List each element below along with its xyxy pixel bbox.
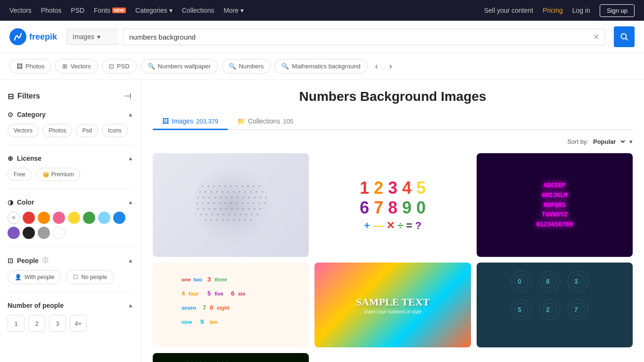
color-white[interactable] <box>53 227 65 239</box>
color-clear[interactable]: ✕ <box>8 212 20 224</box>
svg-point-76 <box>210 220 212 221</box>
nav-photos[interactable]: Photos <box>41 7 62 14</box>
svg-point-72 <box>245 214 247 215</box>
signup-button[interactable]: Sign up <box>600 4 635 17</box>
color-gray[interactable] <box>38 227 50 239</box>
license-premium[interactable]: 👑 Premium <box>36 168 80 181</box>
svg-point-32 <box>231 197 232 198</box>
nav-pricing[interactable]: Pricing <box>543 7 563 14</box>
nav-vectors[interactable]: Vectors <box>9 7 32 14</box>
tab-numbers[interactable]: 🔍 Numbers <box>222 59 271 74</box>
tab-psd[interactable]: ⊡ PSD <box>102 59 137 74</box>
nav-collections[interactable]: Collections <box>182 7 214 14</box>
svg-point-78 <box>222 220 223 221</box>
image-card-colorful-nums[interactable]: 1 2 3 4 5 6 7 8 9 0 + — ✕ ÷ = ? <box>314 153 471 257</box>
color-chevron: ▲ <box>128 199 133 206</box>
people-icon: ⊡ <box>8 257 13 264</box>
logo-text: freepik <box>29 32 57 42</box>
image-card-fruit-nums[interactable]: one two 3 three 4 four 5 five 6 six seve… <box>153 263 309 347</box>
color-blue[interactable] <box>113 212 125 224</box>
color-section-header[interactable]: ◑ Color ▲ <box>8 198 133 206</box>
svg-point-34 <box>242 197 244 198</box>
color-orange[interactable] <box>38 212 50 224</box>
with-people-button[interactable]: 👤 With people <box>8 270 61 284</box>
people-section: ⊡ People ⓘ ▲ 👤 With people ☐ No people <box>8 256 133 292</box>
nav-fonts[interactable]: Fonts NEW <box>94 7 126 14</box>
svg-point-31 <box>225 197 227 198</box>
num-people-header[interactable]: Number of people ▲ <box>8 302 133 309</box>
search-type-select[interactable]: Images ▾ <box>66 29 118 45</box>
svg-point-57 <box>225 208 227 210</box>
color-lightblue[interactable] <box>98 212 110 224</box>
image-card-neon[interactable]: ABCDEF GHIJKLM NOPQRS TUVWXYZ 0123456789 <box>477 153 633 257</box>
color-green[interactable] <box>83 212 95 224</box>
color-pink[interactable] <box>53 212 65 224</box>
logo[interactable]: freepik <box>9 28 57 45</box>
tab-numbers-wallpaper[interactable]: 🔍 Numbers wallpaper <box>140 59 218 74</box>
tag-vectors[interactable]: Vectors <box>8 124 39 137</box>
svg-point-22 <box>244 191 246 193</box>
num-4plus[interactable]: 4+ <box>70 315 87 332</box>
image-card-matrix[interactable]: 1 0 1 1 0 0 1 0 0 1 1 1 0 1 0 0 0 1 0 1 … <box>153 353 309 362</box>
people-section-header[interactable]: ⊡ People ⓘ ▲ <box>8 256 133 264</box>
svg-point-21 <box>239 191 240 193</box>
tabs-next[interactable]: › <box>386 59 396 73</box>
image-card-teal-nums[interactable]: 0 8 3 5 2 7 <box>477 263 633 347</box>
svg-point-5 <box>213 186 215 187</box>
search-input[interactable] <box>127 29 591 45</box>
category-title: ⊙ Category <box>8 111 46 118</box>
tag-icons[interactable]: Icons <box>102 124 128 137</box>
image-card-dots[interactable] <box>153 153 309 257</box>
nav-psd[interactable]: PSD <box>71 7 84 14</box>
color-title: ◑ Color <box>8 198 34 206</box>
svg-text:6: 6 <box>231 290 234 297</box>
tab-images[interactable]: 🖼 Images 203,379 <box>153 114 228 130</box>
nav-sell[interactable]: Sell your content <box>484 7 533 14</box>
new-badge: NEW <box>112 8 126 13</box>
no-people-button[interactable]: ☐ No people <box>66 270 114 284</box>
sort-label: Sort by: <box>567 138 588 145</box>
license-free[interactable]: Free <box>8 168 32 181</box>
num-1[interactable]: 1 <box>8 315 25 332</box>
svg-point-8 <box>230 186 231 187</box>
svg-text:8: 8 <box>546 278 550 285</box>
search-button[interactable] <box>614 26 635 47</box>
category-chevron: ▲ <box>128 111 133 118</box>
search-input-wrap: ✕ <box>123 29 605 45</box>
tag-photos[interactable]: Photos <box>42 124 72 137</box>
tab-photos[interactable]: 🖼 Photos <box>9 59 51 74</box>
svg-point-39 <box>196 203 198 204</box>
tag-psd[interactable]: Psd <box>76 124 98 137</box>
svg-point-82 <box>244 220 246 221</box>
color-black[interactable] <box>23 227 35 239</box>
people-info-icon[interactable]: ⓘ <box>42 256 48 264</box>
svg-point-6 <box>219 186 220 187</box>
clear-icon[interactable]: ✕ <box>591 31 601 43</box>
sidebar-collapse-button[interactable]: ⊣ <box>122 89 133 103</box>
num-3[interactable]: 3 <box>49 315 66 332</box>
color-red[interactable] <box>23 212 35 224</box>
license-section-header[interactable]: ⊕ License ▲ <box>8 155 133 162</box>
color-icon: ◑ <box>8 198 13 206</box>
search-bar: freepik Images ▾ ✕ <box>0 21 644 53</box>
images-tab-icon: 🖼 <box>162 117 169 125</box>
tab-math-bg[interactable]: 🔍 Mathematics background <box>274 59 367 74</box>
num-2[interactable]: 2 <box>28 315 45 332</box>
tabs-prev[interactable]: ‹ <box>372 59 382 73</box>
nav-more[interactable]: More ▾ <box>223 7 244 14</box>
svg-point-23 <box>250 191 251 193</box>
sort-select[interactable]: Popular Recent Trending <box>591 138 627 146</box>
image-card-sample[interactable]: SAMPLE TEXT share your numbers in style <box>314 263 471 347</box>
nav-login[interactable]: Log in <box>572 7 590 14</box>
color-yellow[interactable] <box>68 212 80 224</box>
sort-chevron: ▾ <box>629 138 633 145</box>
svg-text:3: 3 <box>574 278 578 285</box>
color-purple[interactable] <box>8 227 20 239</box>
svg-point-70 <box>234 214 235 215</box>
svg-point-46 <box>236 203 237 204</box>
tab-vectors[interactable]: ⊞ Vectors <box>55 59 98 74</box>
category-section-header[interactable]: ⊙ Category ▲ <box>8 111 133 118</box>
nav-categories[interactable]: Categories ▾ <box>135 7 173 14</box>
tab-collections[interactable]: 📁 Collections 105 <box>228 114 303 130</box>
num-people-title: Number of people <box>8 302 64 309</box>
